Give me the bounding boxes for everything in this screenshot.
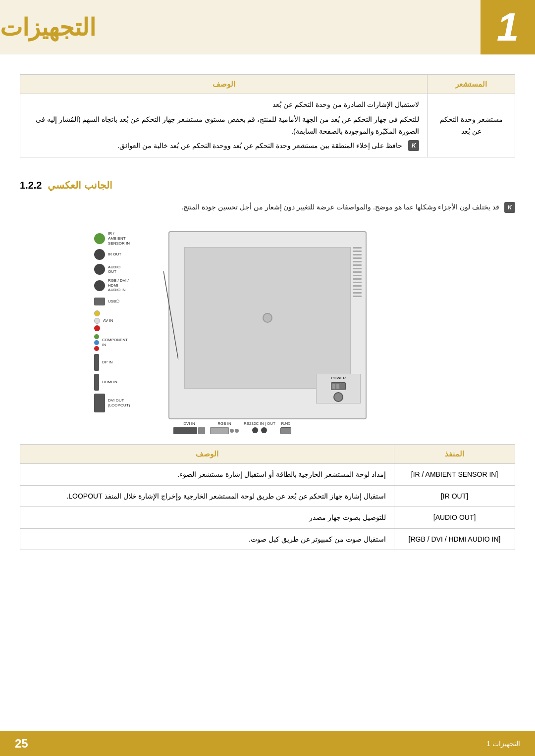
- port-dp-in: DP IN: [94, 354, 168, 371]
- page-header: التجهيزات 1: [0, 0, 535, 54]
- desc-line-3: K حافظ على إخلاء المنطقة بين مستشعر وحدة…: [28, 140, 419, 152]
- dvi-in-connector: [173, 427, 197, 434]
- port-rj45: RJ45: [280, 421, 291, 434]
- chapter-number-box: 1: [481, 0, 535, 54]
- power-button[interactable]: [333, 392, 343, 402]
- vent-9: [353, 275, 362, 276]
- comp-green: [94, 334, 99, 339]
- table-row: مستشعر وحدة التحكم عن بُعد لاستقبال الإش…: [20, 94, 515, 157]
- ir-out-label: IR OUT: [108, 252, 121, 257]
- dvi-out-connector: [94, 394, 105, 412]
- audio-out-label: AUDIOOUT: [108, 265, 120, 274]
- rgb-in-label: RGB IN: [217, 421, 231, 426]
- comp-red: [94, 346, 99, 351]
- device-inner-screen: [184, 247, 351, 389]
- vent-6: [353, 264, 362, 266]
- port-av-in: AV IN: [94, 310, 168, 331]
- table-row: [IR OUT] استقبال إشارة جهاز التحكم عن بُ…: [20, 485, 515, 506]
- rj45-connector: [280, 427, 291, 434]
- diagram-wrapper: IR /AMBIENTSENSOR IN IR OUT AUDIOOUT RGB…: [89, 221, 446, 434]
- av-white: [94, 318, 100, 324]
- port-component-in: COMPONENTIN: [94, 334, 168, 351]
- dvi-in-connector-group: [173, 427, 205, 434]
- device-body: POWER: [168, 231, 367, 419]
- rgb-in-connector-group: [210, 427, 239, 434]
- port-rgb-audio-desc: استقبال صوت من كمبيوتر عن طريق كبل صوت.: [20, 528, 394, 550]
- usb-connector: [94, 298, 105, 305]
- table-row: [AUDIO OUT] للتوصيل بصوت جهاز مصدر: [20, 507, 515, 528]
- desc-line-1: لاستقبال الإشارات الصادرة من وحدة التحكم…: [28, 99, 419, 111]
- sensor-name: مستشعر وحدة التحكم عن بُعد: [440, 115, 503, 135]
- vent-10: [353, 278, 362, 280]
- sensor-info-table: المستشعر الوصف مستشعر وحدة التحكم عن بُع…: [20, 74, 515, 157]
- table-row: [IR / AMBIENT SENSOR IN] إمداد لوحة المس…: [20, 464, 515, 485]
- dp-label: DP IN: [102, 360, 112, 365]
- av-yellow: [94, 310, 100, 316]
- device-vents: [353, 247, 362, 346]
- rj45-label: RJ45: [281, 421, 291, 426]
- col-port-header: المنفذ: [394, 445, 515, 464]
- center-button: [263, 313, 272, 323]
- vent-8: [353, 271, 362, 273]
- vent-7: [353, 268, 362, 269]
- note-icon: K: [408, 140, 419, 151]
- chapter-number: 1: [497, 4, 519, 50]
- rgb-screw-2: [235, 429, 239, 433]
- dvi-out-label: DVI OUT(LOOPOUT): [108, 398, 130, 407]
- port-rgb-in: RGB IN: [210, 421, 239, 434]
- ir-ambient-label: IR /AMBIENTSENSOR IN: [108, 231, 130, 246]
- note-text: قد يختلف لون الأجزاء وشكلها عما هو موضح.…: [181, 203, 499, 211]
- av-label: AV IN: [103, 318, 113, 323]
- hdmi-connector: [94, 374, 99, 391]
- rs232c-dot-2: [261, 427, 267, 433]
- power-section: POWER: [316, 374, 361, 403]
- footer-section-label: التجهيزات 1: [486, 740, 520, 748]
- section-title: الجانب العكسي: [48, 179, 112, 191]
- col-desc-header-2: الوصف: [20, 445, 394, 464]
- port-rgb-audio-name: [RGB / DVI / HDMI AUDIO IN]: [394, 528, 515, 550]
- port-audio-out-name: [AUDIO OUT]: [394, 507, 515, 528]
- port-ir-ambient-name: [IR / AMBIENT SENSOR IN]: [394, 464, 515, 485]
- vent-4: [353, 257, 362, 259]
- ir-ambient-connector: [94, 233, 105, 244]
- rgb-audio-connector: [94, 280, 105, 291]
- audio-out-connector: [94, 264, 105, 275]
- comp-blue: [94, 340, 99, 345]
- dp-connector: [94, 354, 99, 371]
- port-hdmi-in: HDMI IN: [94, 374, 168, 391]
- port-usb: USB⬡: [94, 296, 168, 307]
- component-label: COMPONENTIN: [102, 338, 128, 347]
- section-heading-row: الجانب العكسي 1.2.2: [20, 167, 515, 196]
- left-port-panel: IR /AMBIENTSENSOR IN IR OUT AUDIOOUT RGB…: [94, 231, 168, 415]
- power-controls: [331, 382, 346, 402]
- port-dvi-out: DVI OUT(LOOPOUT): [94, 394, 168, 412]
- col-desc-header: الوصف: [20, 75, 428, 94]
- ir-out-connector: [94, 249, 105, 260]
- vent-2: [353, 251, 362, 252]
- bottom-port-row: DVI IN RGB IN R: [168, 421, 367, 434]
- vent-13: [353, 289, 362, 290]
- rs232c-label: RS232C IN | OUT: [244, 421, 275, 426]
- dvi-in-side: [198, 427, 205, 434]
- port-rs232c: RS232C IN | OUT: [244, 421, 275, 433]
- port-ir-ambient-desc: إمداد لوحة المستشعر الخارجية بالطاقة أو …: [20, 464, 394, 485]
- rgb-screw-1: [230, 429, 234, 433]
- component-connectors: [94, 334, 99, 351]
- note-paragraph: K قد يختلف لون الأجزاء وشكلها عما هو موض…: [20, 201, 515, 213]
- hdmi-label: HDMI IN: [102, 380, 117, 385]
- vent-5: [353, 261, 362, 262]
- power-label: POWER: [331, 376, 346, 380]
- rgb-in-connector: [210, 427, 229, 434]
- rgb-audio-label: RGB / DVI /HDMIAUDIO IN: [108, 278, 129, 293]
- port-ir-out-name: [IR OUT]: [394, 485, 515, 506]
- rs232c-dot-1: [252, 427, 258, 433]
- page-content: المستشعر الوصف مستشعر وحدة التحكم عن بُع…: [0, 54, 535, 560]
- port-ir-ambient: IR /AMBIENTSENSOR IN: [94, 231, 168, 246]
- vent-3: [353, 254, 362, 255]
- vent-15: [353, 296, 362, 297]
- port-dvi-in: DVI IN: [173, 421, 205, 434]
- port-audio-out-desc: للتوصيل بصوت جهاز مصدر: [20, 507, 394, 528]
- desc-line-3-text: حافظ على إخلاء المنطقة بين مستشعر وحدة ا…: [117, 140, 402, 152]
- page-footer: التجهيزات 1 25: [0, 731, 535, 756]
- port-info-table: المنفذ الوصف [IR / AMBIENT SENSOR IN] إم…: [20, 444, 515, 550]
